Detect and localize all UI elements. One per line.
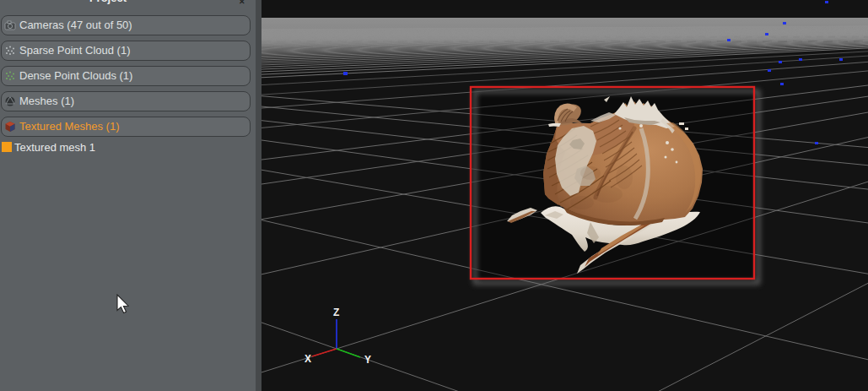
svg-text:Z: Z xyxy=(333,307,339,318)
svg-text:Y: Y xyxy=(364,354,371,366)
svg-text:X: X xyxy=(305,353,311,365)
